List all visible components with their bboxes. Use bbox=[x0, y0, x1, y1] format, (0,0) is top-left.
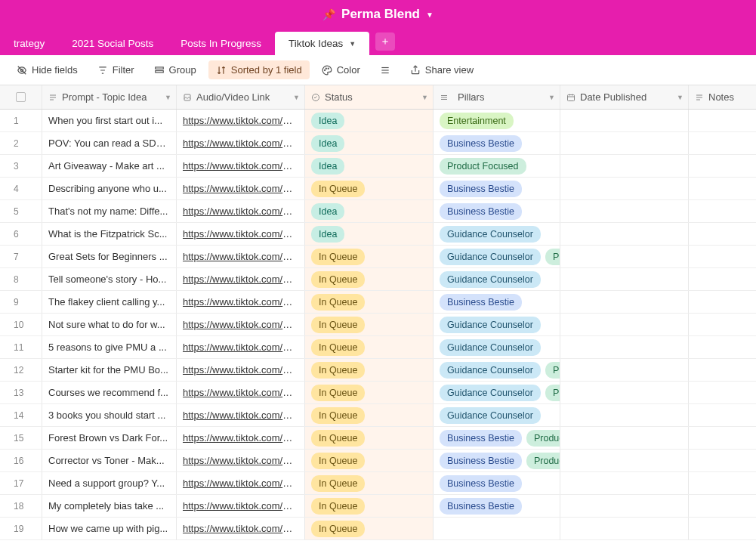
tiktok-link[interactable]: https://www.tiktok.com/@... bbox=[183, 455, 301, 466]
column-pillars[interactable]: Pillars ▼ bbox=[434, 85, 560, 109]
tiktok-link[interactable]: https://www.tiktok.com/@... bbox=[183, 206, 301, 217]
cell-pillars[interactable]: Business Bestie bbox=[434, 178, 560, 199]
cell-link[interactable]: https://www.tiktok.com/@... bbox=[177, 246, 305, 267]
table-row[interactable]: 4Describing anyone who u...https://www.t… bbox=[0, 178, 756, 200]
cell-prompt[interactable]: Starter kit for the PMU Bo... bbox=[42, 359, 177, 381]
tiktok-link[interactable]: https://www.tiktok.com/@... bbox=[183, 432, 301, 444]
chevron-down-icon[interactable]: ▼ bbox=[293, 94, 300, 101]
cell-date[interactable] bbox=[560, 314, 689, 335]
cell-status[interactable]: Idea bbox=[305, 200, 434, 222]
cell-status[interactable]: In Queue bbox=[305, 178, 434, 199]
cell-prompt[interactable]: Corrector vs Toner - Mak... bbox=[42, 450, 177, 471]
cell-date[interactable] bbox=[560, 472, 689, 494]
checkbox-icon[interactable] bbox=[16, 92, 26, 102]
tiktok-link[interactable]: https://www.tiktok.com/@... bbox=[183, 160, 301, 172]
cell-prompt[interactable]: Tell someone's story - Ho... bbox=[42, 268, 177, 290]
cell-notes[interactable] bbox=[689, 495, 755, 517]
cell-pillars[interactable]: Business Bestie bbox=[434, 472, 560, 494]
cell-pillars[interactable]: Guidance CounselorProd bbox=[434, 246, 560, 267]
column-prompt[interactable]: Prompt - Topic Idea ▼ bbox=[42, 85, 177, 109]
cell-notes[interactable] bbox=[689, 291, 755, 313]
column-date[interactable]: Date Published ▼ bbox=[560, 85, 689, 109]
tiktok-link[interactable]: https://www.tiktok.com/@... bbox=[183, 410, 301, 421]
cell-status[interactable]: Idea bbox=[305, 110, 434, 131]
cell-pillars[interactable]: Guidance Counselor bbox=[434, 314, 560, 335]
table-row[interactable]: 2POV: You can read a SDS ...https://www.… bbox=[0, 132, 756, 155]
cell-prompt[interactable]: 3 books you should start ... bbox=[42, 404, 177, 426]
cell-notes[interactable] bbox=[689, 450, 755, 471]
cell-date[interactable] bbox=[560, 495, 689, 517]
cell-notes[interactable] bbox=[689, 246, 755, 267]
cell-prompt[interactable]: Forest Brown vs Dark For... bbox=[42, 427, 177, 449]
cell-pillars[interactable]: Guidance Counselor bbox=[434, 268, 560, 290]
tiktok-link[interactable]: https://www.tiktok.com/@... bbox=[183, 251, 301, 262]
tiktok-link[interactable]: https://www.tiktok.com/@... bbox=[183, 228, 301, 240]
cell-status[interactable]: In Queue bbox=[305, 291, 434, 313]
cell-prompt[interactable]: Art Giveaway - Make art ... bbox=[42, 155, 177, 177]
table-row[interactable]: 13Courses we recommend f...https://www.t… bbox=[0, 382, 756, 404]
group-button[interactable]: Group bbox=[147, 60, 204, 79]
table-row[interactable]: 16Corrector vs Toner - Mak...https://www… bbox=[0, 450, 756, 472]
row-height-button[interactable] bbox=[372, 61, 398, 79]
cell-status[interactable]: In Queue bbox=[305, 472, 434, 494]
table-row[interactable]: 1When you first start out i...https://ww… bbox=[0, 110, 756, 132]
cell-notes[interactable] bbox=[689, 472, 755, 494]
table-row[interactable]: 9The flakey client calling y...https://w… bbox=[0, 291, 756, 314]
tiktok-link[interactable]: https://www.tiktok.com/m... bbox=[183, 115, 299, 126]
table-row[interactable]: 115 reasons to give PMU a ...https://www… bbox=[0, 336, 756, 359]
cell-link[interactable]: https://www.tiktok.com/@... bbox=[177, 223, 305, 245]
cell-notes[interactable] bbox=[689, 359, 755, 381]
cell-pillars[interactable]: Entertainment bbox=[434, 110, 560, 131]
cell-status[interactable]: Idea bbox=[305, 155, 434, 177]
cell-link[interactable]: https://www.tiktok.com/@... bbox=[177, 518, 305, 539]
table-row[interactable]: 8Tell someone's story - Ho...https://www… bbox=[0, 268, 756, 291]
share-view-button[interactable]: Share view bbox=[403, 60, 481, 79]
tab-trategy[interactable]: trategy bbox=[0, 32, 58, 55]
cell-status[interactable]: In Queue bbox=[305, 450, 434, 471]
cell-prompt[interactable]: 5 reasons to give PMU a ... bbox=[42, 336, 177, 358]
cell-pillars[interactable]: Business BestieProduct bbox=[434, 427, 560, 449]
cell-status[interactable]: In Queue bbox=[305, 359, 434, 381]
cell-notes[interactable] bbox=[689, 110, 755, 131]
cell-date[interactable] bbox=[560, 427, 689, 449]
table-row[interactable]: 15Forest Brown vs Dark For...https://www… bbox=[0, 427, 756, 450]
cell-notes[interactable] bbox=[689, 314, 755, 335]
cell-prompt[interactable]: When you first start out i... bbox=[42, 110, 177, 131]
tiktok-link[interactable]: https://www.tiktok.com/@... bbox=[183, 274, 301, 285]
cell-date[interactable] bbox=[560, 178, 689, 199]
cell-prompt[interactable]: That's not my name: Diffe... bbox=[42, 200, 177, 222]
cell-status[interactable]: In Queue bbox=[305, 382, 434, 403]
table-row[interactable]: 18My completely bias take ...https://www… bbox=[0, 495, 756, 518]
cell-notes[interactable] bbox=[689, 518, 755, 539]
cell-pillars[interactable]: Guidance Counselor bbox=[434, 336, 560, 358]
cell-link[interactable]: https://www.tiktok.com/@... bbox=[177, 155, 305, 177]
cell-pillars[interactable]: Guidance Counselor bbox=[434, 223, 560, 245]
cell-link[interactable]: https://www.tiktok.com/@... bbox=[177, 450, 305, 471]
cell-notes[interactable] bbox=[689, 404, 755, 426]
cell-date[interactable] bbox=[560, 518, 689, 539]
tab-tiktok-ideas[interactable]: Tiktok Ideas▼ bbox=[275, 32, 369, 55]
filter-button[interactable]: Filter bbox=[90, 60, 142, 79]
cell-date[interactable] bbox=[560, 404, 689, 426]
tiktok-link[interactable]: https://www.tiktok.com/@... bbox=[183, 364, 301, 376]
chevron-down-icon[interactable]: ▼ bbox=[548, 94, 555, 101]
cell-status[interactable]: In Queue bbox=[305, 314, 434, 335]
tiktok-link[interactable]: https://www.tiktok.com/@... bbox=[183, 387, 301, 398]
cell-date[interactable] bbox=[560, 223, 689, 245]
tiktok-link[interactable]: https://www.tiktok.com/@... bbox=[183, 500, 301, 512]
cell-link[interactable]: https://www.tiktok.com/@... bbox=[177, 178, 305, 199]
cell-pillars[interactable]: Guidance CounselorProd bbox=[434, 382, 560, 403]
cell-status[interactable]: In Queue bbox=[305, 518, 434, 539]
tiktok-link[interactable]: https://www.tiktok.com/@... bbox=[183, 183, 301, 194]
table-row[interactable]: 7Great Sets for Beginners ...https://www… bbox=[0, 246, 756, 268]
select-all-column[interactable] bbox=[0, 85, 42, 109]
cell-pillars[interactable]: Business Bestie bbox=[434, 495, 560, 517]
chevron-down-icon[interactable]: ▼ bbox=[165, 94, 171, 101]
cell-date[interactable] bbox=[560, 450, 689, 471]
tiktok-link[interactable]: https://www.tiktok.com/m... bbox=[183, 138, 299, 149]
tab-posts-in-progress[interactable]: Posts In Progress bbox=[167, 32, 275, 55]
tiktok-link[interactable]: https://www.tiktok.com/@... bbox=[183, 296, 301, 308]
cell-notes[interactable] bbox=[689, 427, 755, 449]
hide-fields-button[interactable]: Hide fields bbox=[9, 60, 85, 79]
cell-link[interactable]: https://www.tiktok.com/@... bbox=[177, 472, 305, 494]
